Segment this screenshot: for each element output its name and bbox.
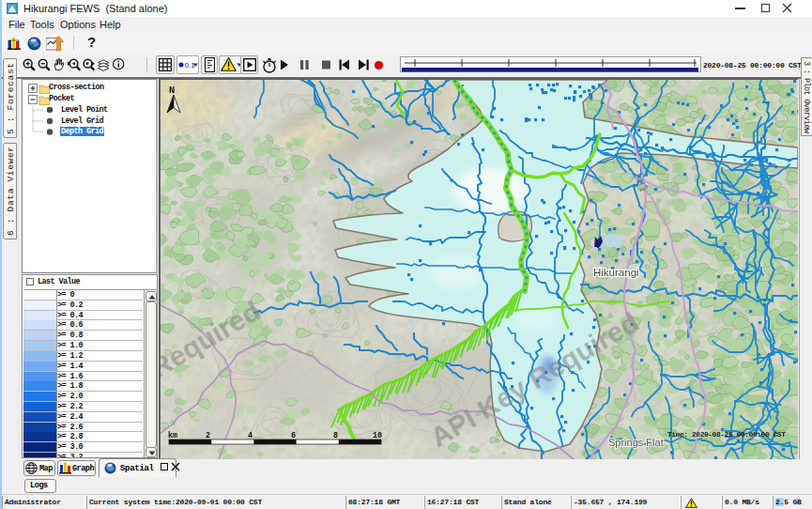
svg-text:10: 10 [373,431,382,440]
svg-text:Time: 2020-08-25 00:00:00 CST: Time: 2020-08-25 00:00:00 CST [667,430,786,439]
svg-text:km: km [168,431,177,440]
svg-text:4: 4 [248,431,253,440]
svg-text:Springs Flat: Springs Flat [608,437,664,448]
svg-text:6 : Data Viewer: 6 : Data Viewer [6,147,16,236]
svg-text:N: N [169,85,175,96]
svg-text:6: 6 [291,431,296,440]
svg-text:5 : Forecast: 5 : Forecast [6,63,16,134]
svg-text:2: 2 [206,431,210,440]
svg-text:8: 8 [333,431,338,440]
svg-text:Hikurangi: Hikurangi [593,267,639,278]
svg-text:3 : Plot Overview: 3 : Plot Overview [802,61,811,134]
